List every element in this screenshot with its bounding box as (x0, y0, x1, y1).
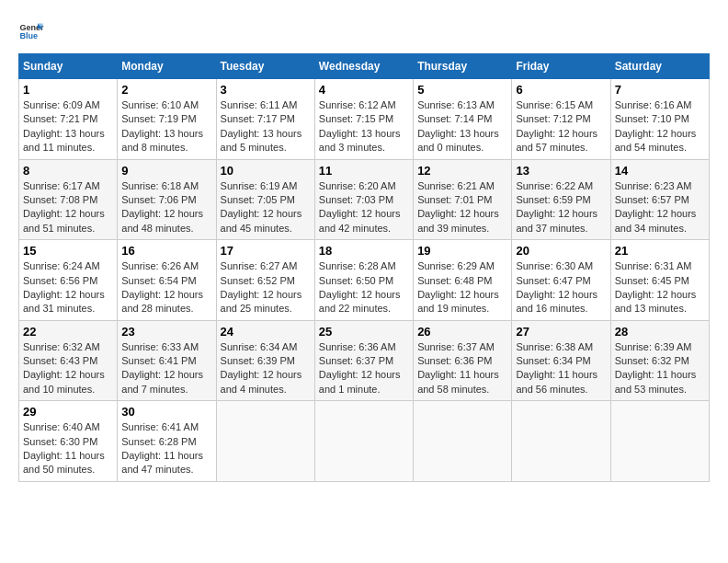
day-info: Sunrise: 6:29 AMSunset: 6:48 PMDaylight:… (417, 259, 507, 316)
svg-text:Blue: Blue (19, 31, 38, 40)
day-info: Sunrise: 6:28 AMSunset: 6:50 PMDaylight:… (319, 259, 409, 316)
calendar-day-cell: 14Sunrise: 6:23 AMSunset: 6:57 PMDayligh… (610, 159, 709, 240)
day-number: 20 (516, 244, 606, 258)
day-info: Sunrise: 6:17 AMSunset: 7:08 PMDaylight:… (23, 179, 113, 236)
calendar-day-cell: 26Sunrise: 6:37 AMSunset: 6:36 PMDayligh… (414, 320, 512, 401)
day-number: 17 (221, 244, 311, 258)
day-info: Sunrise: 6:23 AMSunset: 6:57 PMDaylight:… (615, 179, 705, 236)
calendar-day-cell: 16Sunrise: 6:26 AMSunset: 6:54 PMDayligh… (118, 240, 216, 321)
calendar-day-cell: 1Sunrise: 6:09 AMSunset: 7:21 PMDaylight… (19, 79, 118, 160)
day-info: Sunrise: 6:34 AMSunset: 6:39 PMDaylight:… (221, 340, 311, 397)
day-info: Sunrise: 6:10 AMSunset: 7:19 PMDaylight:… (121, 98, 211, 155)
day-number: 23 (121, 325, 211, 339)
calendar-day-cell (414, 401, 512, 482)
day-info: Sunrise: 6:41 AMSunset: 6:28 PMDaylight:… (121, 420, 211, 477)
weekday-header-saturday: Saturday (610, 54, 709, 79)
calendar-day-cell: 21Sunrise: 6:31 AMSunset: 6:45 PMDayligh… (610, 240, 709, 321)
weekday-header-friday: Friday (512, 54, 610, 79)
calendar-day-cell: 2Sunrise: 6:10 AMSunset: 7:19 PMDaylight… (118, 79, 216, 160)
calendar-day-cell: 20Sunrise: 6:30 AMSunset: 6:47 PMDayligh… (512, 240, 610, 321)
calendar-day-cell: 18Sunrise: 6:28 AMSunset: 6:50 PMDayligh… (314, 240, 413, 321)
day-info: Sunrise: 6:31 AMSunset: 6:45 PMDaylight:… (615, 259, 705, 316)
calendar-day-cell: 15Sunrise: 6:24 AMSunset: 6:56 PMDayligh… (19, 240, 118, 321)
day-number: 14 (615, 164, 705, 178)
day-info: Sunrise: 6:24 AMSunset: 6:56 PMDaylight:… (23, 259, 113, 316)
weekday-header-sunday: Sunday (19, 54, 118, 79)
day-info: Sunrise: 6:16 AMSunset: 7:10 PMDaylight:… (615, 98, 705, 155)
day-number: 2 (121, 83, 211, 97)
day-number: 8 (23, 164, 113, 178)
calendar-day-cell: 13Sunrise: 6:22 AMSunset: 6:59 PMDayligh… (512, 159, 610, 240)
day-number: 10 (221, 164, 311, 178)
day-info: Sunrise: 6:18 AMSunset: 7:06 PMDaylight:… (121, 179, 211, 236)
day-number: 22 (23, 325, 113, 339)
day-info: Sunrise: 6:22 AMSunset: 6:59 PMDaylight:… (516, 179, 606, 236)
weekday-header-tuesday: Tuesday (216, 54, 314, 79)
weekday-header-monday: Monday (118, 54, 216, 79)
day-info: Sunrise: 6:36 AMSunset: 6:37 PMDaylight:… (319, 340, 409, 397)
calendar-day-cell (610, 401, 709, 482)
calendar-day-cell: 27Sunrise: 6:38 AMSunset: 6:34 PMDayligh… (512, 320, 610, 401)
day-info: Sunrise: 6:38 AMSunset: 6:34 PMDaylight:… (516, 340, 606, 397)
day-number: 30 (121, 405, 211, 419)
logo-icon: General Blue (18, 18, 44, 44)
calendar-day-cell (314, 401, 413, 482)
calendar-day-cell: 23Sunrise: 6:33 AMSunset: 6:41 PMDayligh… (118, 320, 216, 401)
day-info: Sunrise: 6:27 AMSunset: 6:52 PMDaylight:… (221, 259, 311, 316)
calendar-week-row: 8Sunrise: 6:17 AMSunset: 7:08 PMDaylight… (19, 159, 710, 240)
day-number: 11 (319, 164, 409, 178)
calendar-day-cell: 17Sunrise: 6:27 AMSunset: 6:52 PMDayligh… (216, 240, 314, 321)
day-number: 5 (417, 83, 507, 97)
day-number: 6 (516, 83, 606, 97)
calendar-day-cell: 29Sunrise: 6:40 AMSunset: 6:30 PMDayligh… (19, 401, 118, 482)
day-number: 9 (121, 164, 211, 178)
day-info: Sunrise: 6:32 AMSunset: 6:43 PMDaylight:… (23, 340, 113, 397)
calendar-day-cell: 19Sunrise: 6:29 AMSunset: 6:48 PMDayligh… (414, 240, 512, 321)
calendar-day-cell: 5Sunrise: 6:13 AMSunset: 7:14 PMDaylight… (414, 79, 512, 160)
day-info: Sunrise: 6:13 AMSunset: 7:14 PMDaylight:… (417, 98, 507, 155)
day-number: 18 (319, 244, 409, 258)
weekday-header-wednesday: Wednesday (314, 54, 413, 79)
day-info: Sunrise: 6:15 AMSunset: 7:12 PMDaylight:… (516, 98, 606, 155)
day-number: 3 (221, 83, 311, 97)
calendar-day-cell: 8Sunrise: 6:17 AMSunset: 7:08 PMDaylight… (19, 159, 118, 240)
calendar-week-row: 29Sunrise: 6:40 AMSunset: 6:30 PMDayligh… (19, 401, 710, 482)
day-info: Sunrise: 6:20 AMSunset: 7:03 PMDaylight:… (319, 179, 409, 236)
day-info: Sunrise: 6:09 AMSunset: 7:21 PMDaylight:… (23, 98, 113, 155)
calendar-day-cell: 25Sunrise: 6:36 AMSunset: 6:37 PMDayligh… (314, 320, 413, 401)
calendar-day-cell: 4Sunrise: 6:12 AMSunset: 7:15 PMDaylight… (314, 79, 413, 160)
calendar-day-cell: 11Sunrise: 6:20 AMSunset: 7:03 PMDayligh… (314, 159, 413, 240)
calendar-day-cell (216, 401, 314, 482)
calendar-day-cell: 28Sunrise: 6:39 AMSunset: 6:32 PMDayligh… (610, 320, 709, 401)
day-number: 15 (23, 244, 113, 258)
day-number: 28 (615, 325, 705, 339)
day-info: Sunrise: 6:39 AMSunset: 6:32 PMDaylight:… (615, 340, 705, 397)
day-info: Sunrise: 6:26 AMSunset: 6:54 PMDaylight:… (121, 259, 211, 316)
day-info: Sunrise: 6:33 AMSunset: 6:41 PMDaylight:… (121, 340, 211, 397)
day-info: Sunrise: 6:40 AMSunset: 6:30 PMDaylight:… (23, 420, 113, 477)
calendar-day-cell: 30Sunrise: 6:41 AMSunset: 6:28 PMDayligh… (118, 401, 216, 482)
calendar-day-cell: 10Sunrise: 6:19 AMSunset: 7:05 PMDayligh… (216, 159, 314, 240)
day-number: 25 (319, 325, 409, 339)
day-number: 12 (417, 164, 507, 178)
day-number: 26 (417, 325, 507, 339)
day-number: 19 (417, 244, 507, 258)
day-number: 29 (23, 405, 113, 419)
calendar-week-row: 22Sunrise: 6:32 AMSunset: 6:43 PMDayligh… (19, 320, 710, 401)
day-number: 4 (319, 83, 409, 97)
calendar-week-row: 1Sunrise: 6:09 AMSunset: 7:21 PMDaylight… (19, 79, 710, 160)
day-number: 7 (615, 83, 705, 97)
day-number: 1 (23, 83, 113, 97)
day-info: Sunrise: 6:30 AMSunset: 6:47 PMDaylight:… (516, 259, 606, 316)
calendar: SundayMondayTuesdayWednesdayThursdayFrid… (18, 53, 710, 482)
day-number: 16 (121, 244, 211, 258)
calendar-day-cell: 22Sunrise: 6:32 AMSunset: 6:43 PMDayligh… (19, 320, 118, 401)
day-info: Sunrise: 6:11 AMSunset: 7:17 PMDaylight:… (221, 98, 311, 155)
day-number: 13 (516, 164, 606, 178)
calendar-day-cell: 9Sunrise: 6:18 AMSunset: 7:06 PMDaylight… (118, 159, 216, 240)
calendar-day-cell: 24Sunrise: 6:34 AMSunset: 6:39 PMDayligh… (216, 320, 314, 401)
calendar-day-cell: 3Sunrise: 6:11 AMSunset: 7:17 PMDaylight… (216, 79, 314, 160)
header: General Blue (18, 18, 710, 44)
weekday-header-thursday: Thursday (414, 54, 512, 79)
day-number: 27 (516, 325, 606, 339)
